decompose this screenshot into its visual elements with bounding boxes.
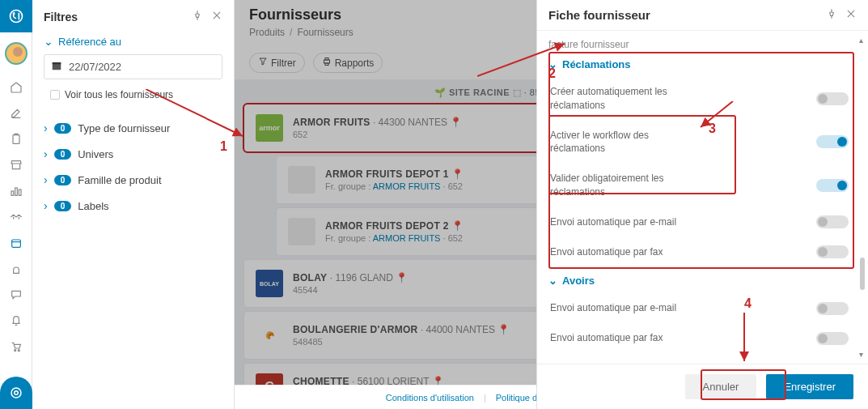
rail-bottom-icon[interactable] (0, 377, 32, 409)
save-button[interactable]: Enregistrer (766, 374, 853, 399)
svg-rect-12 (324, 60, 329, 63)
group-prefix: Fr. groupe : (325, 181, 370, 191)
group-name: ARMOR FRUITS (373, 181, 441, 191)
option-label: Envoi automatique par fax (550, 331, 663, 345)
section-avoirs[interactable]: ⌄ Avoirs (548, 275, 850, 287)
pin-icon[interactable] (192, 10, 203, 23)
scroll-up-icon[interactable]: ▴ (859, 36, 863, 45)
crumb-products[interactable]: Produits (249, 27, 285, 38)
home-icon[interactable] (0, 75, 32, 100)
svg-point-6 (14, 350, 15, 351)
close-icon[interactable] (211, 10, 222, 23)
toggle[interactable] (816, 215, 849, 228)
supplier-name: BOULANGERIE D'ARMOR (293, 324, 418, 335)
show-all-label: Voir tous les fournisseurs (65, 89, 173, 100)
svg-rect-14 (325, 63, 328, 66)
toggle[interactable] (816, 135, 849, 148)
reports-button[interactable]: Rapports (313, 53, 383, 73)
supplier-logo: C (256, 373, 283, 385)
svg-rect-1 (13, 135, 19, 144)
option-row: Envoi automatique par e-mail (548, 207, 850, 237)
toggle[interactable] (816, 245, 849, 258)
section-reclamations[interactable]: ⌄ Réclamations (548, 58, 850, 70)
toggle[interactable] (816, 92, 849, 105)
supplier-loc: 44300 NANTES (379, 117, 447, 128)
chevron-down-icon: ⌄ (548, 275, 557, 287)
scroll-down-icon[interactable]: ▾ (859, 350, 863, 359)
option-row: Envoi automatique par e-mail (548, 293, 850, 323)
supplier-loc: 1196 GLAND (335, 272, 392, 283)
option-row: Envoi automatique par fax (548, 323, 850, 353)
cat-label: Labels (78, 200, 108, 212)
location-icon: 📍 (396, 272, 408, 283)
site-name: SITE RACINE (449, 87, 510, 97)
cancel-button[interactable]: Annuler (685, 374, 757, 399)
chart-icon[interactable] (0, 178, 32, 204)
filter-section-referenced[interactable]: ⌄ Référencé au (44, 35, 222, 48)
funnel-icon (258, 57, 268, 69)
svg-rect-3 (15, 188, 17, 195)
bell-icon[interactable] (0, 308, 32, 334)
svg-point-9 (14, 391, 18, 395)
filter-cat-labels[interactable]: › 0 Labels (44, 193, 222, 219)
group-name: ARMOR FRUITS (373, 233, 441, 243)
scrollbar[interactable] (860, 258, 865, 290)
location-icon: 📍 (432, 376, 444, 385)
toggle[interactable] (816, 332, 849, 345)
group-prefix: Fr. groupe : (325, 233, 370, 243)
option-row: Valider obligatoirement les réclamations (548, 164, 850, 207)
svg-rect-13 (325, 58, 328, 61)
option-label: Envoi automatique par e-mail (550, 215, 676, 229)
location-icon: 📍 (498, 324, 510, 335)
svg-point-7 (18, 350, 19, 351)
chef-icon[interactable] (0, 256, 32, 282)
count-badge: 0 (54, 123, 72, 134)
message-icon[interactable] (0, 282, 32, 308)
pin-icon[interactable] (826, 8, 837, 22)
cart-icon[interactable] (0, 334, 32, 360)
count-badge: 0 (54, 175, 72, 185)
avatar[interactable] (5, 42, 28, 65)
edit-icon[interactable] (0, 100, 32, 126)
count-badge: 0 (54, 149, 72, 160)
supplier-detail-panel: Fiche fournisseur ▴ facture fournisseur … (536, 0, 868, 409)
toggle[interactable] (816, 302, 849, 315)
supplier-name: BOLAY (293, 272, 327, 283)
svg-rect-5 (11, 240, 20, 247)
footer-terms[interactable]: Conditions d'utilisation (386, 393, 474, 403)
supplier-loc: 44000 NANTES (426, 324, 495, 335)
crumb-suppliers: Fournisseurs (297, 27, 353, 38)
supplier-code: 652 (448, 181, 463, 191)
hierarchy-icon: ⬚ (513, 87, 524, 97)
option-label: Activer le workflow des réclamations (550, 129, 696, 156)
referenced-at-label: Référencé au (58, 36, 121, 48)
supplier-name: ARMOR FRUITS DEPOT 1 (325, 168, 449, 180)
filter-cat-type[interactable]: › 0 Type de fournisseur (44, 115, 222, 141)
toggle[interactable] (816, 179, 849, 192)
svg-rect-2 (11, 191, 14, 195)
supplier-logo (288, 218, 315, 245)
option-label: Envoi automatique par fax (550, 245, 663, 259)
option-label: Envoi automatique par e-mail (550, 301, 676, 315)
filter-cat-univers[interactable]: › 0 Univers (44, 141, 222, 167)
supplier-loc: 56100 LORIENT (358, 376, 430, 385)
prev-section-tail: facture fournisseur (548, 39, 850, 50)
option-row: Activer le workflow des réclamations (548, 121, 850, 164)
supplier-code: 652 (448, 233, 463, 243)
cat-label: Famille de produit (78, 174, 161, 186)
box-icon[interactable] (0, 230, 32, 256)
store-icon[interactable] (0, 152, 32, 178)
chevron-down-icon: ⌄ (548, 58, 557, 70)
calendar-icon (51, 60, 62, 74)
handshake-icon[interactable] (0, 204, 32, 230)
clipboard-icon[interactable] (0, 126, 32, 152)
date-input[interactable]: 22/07/2022 (44, 54, 222, 79)
filter-button[interactable]: Filtrer (249, 53, 305, 73)
option-row: Envoi automatique par fax (548, 237, 850, 267)
svg-rect-4 (19, 190, 21, 195)
option-label: Valider obligatoirement les réclamations (550, 172, 696, 199)
show-all-checkbox[interactable]: Voir tous les fournisseurs (50, 89, 222, 100)
filter-cat-famille[interactable]: › 0 Famille de produit (44, 167, 222, 193)
close-icon[interactable] (845, 8, 857, 22)
side-title: Fiche fournisseur (548, 8, 650, 22)
